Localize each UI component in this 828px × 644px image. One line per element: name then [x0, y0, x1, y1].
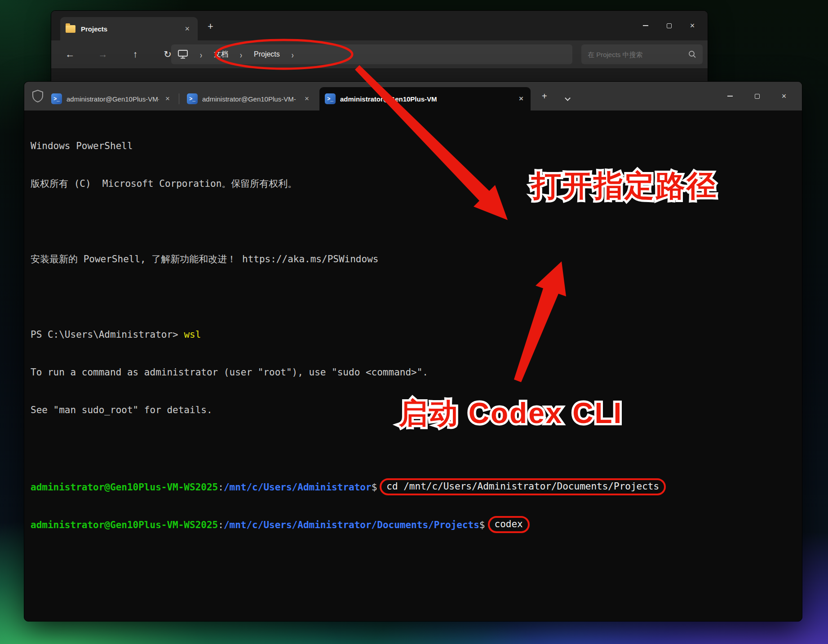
minimize-icon [727, 96, 733, 97]
explorer-maximize-button[interactable] [657, 17, 681, 35]
prompt-dollar: $ [372, 482, 377, 493]
up-button[interactable]: ↑ [126, 40, 144, 68]
chevron-right-icon: › [240, 49, 242, 59]
ps-prompt: PS C:\Users\Administrator> [31, 329, 184, 340]
prompt-path: /mnt/c/Users/Administrator [224, 482, 372, 493]
search-icon [688, 50, 696, 58]
prompt-user: administrator@Gen10Plus-VM-WS2025 [31, 520, 218, 530]
terminal-prompt-line: administrator@Gen10Plus-VM-WS2025:/mnt/c… [31, 479, 797, 492]
prompt-user: administrator@Gen10Plus-VM-WS2025 [31, 482, 218, 493]
tab-close-icon[interactable]: × [517, 94, 525, 103]
terminal-line: 安装最新的 PowerShell, 了解新功能和改进！ https://aka.… [31, 253, 797, 265]
explorer-search-box[interactable] [581, 44, 703, 64]
minimize-icon [643, 25, 648, 26]
explorer-close-button[interactable]: × [681, 17, 704, 35]
terminal-tab-label: administrator@Gen10Plus-VM [340, 95, 437, 103]
prompt-colon: : [218, 482, 224, 493]
prompt-colon: : [218, 520, 224, 530]
terminal-new-tab-button[interactable]: + [542, 92, 547, 101]
terminal-tab-label: administrator@Gen10Plus-VM- [66, 95, 159, 103]
close-icon: × [690, 22, 695, 30]
cd-command-circled: cd /mnt/c/Users/Administrator/Documents/… [380, 478, 666, 495]
prompt-dollar: $ [479, 520, 485, 530]
terminal-line: Windows PowerShell [31, 140, 797, 152]
explorer-tab-projects[interactable]: Projects × [60, 17, 198, 40]
terminal-line: See "man sudo_root" for details. [31, 404, 797, 416]
explorer-new-tab-button[interactable]: + [208, 22, 213, 31]
powershell-icon: >_ [325, 93, 336, 104]
powershell-icon: >_ [187, 93, 198, 104]
this-pc-icon [177, 49, 188, 59]
maximize-icon [667, 23, 672, 28]
terminal-close-button[interactable]: × [770, 85, 797, 107]
chevron-right-icon: › [292, 49, 294, 59]
powershell-icon: >_ [51, 93, 62, 104]
terminal-window: >_ administrator@Gen10Plus-VM- × >_ admi… [24, 81, 802, 622]
explorer-minimize-button[interactable] [634, 17, 657, 35]
prompt-path: /mnt/c/Users/Administrator/Documents/Pro… [224, 520, 479, 530]
terminal-output: Windows PowerShell 版权所有 (C) Microsoft Co… [31, 115, 797, 618]
chevron-down-icon[interactable] [565, 95, 571, 101]
address-bar[interactable]: › 文档 › Projects › [171, 44, 572, 64]
terminal-tab-1[interactable]: >_ administrator@Gen10Plus-VM- × [46, 87, 177, 110]
chevron-right-icon: › [200, 49, 202, 59]
explorer-window-controls: × [634, 11, 704, 40]
terminal-maximize-button[interactable] [744, 85, 770, 107]
terminal-tab-3-active[interactable]: >_ administrator@Gen10Plus-VM × [319, 87, 531, 110]
terminal-minimize-button[interactable] [717, 85, 744, 107]
terminal-prompt-line: administrator@Gen10Plus-VM-WS2025:/mnt/c… [31, 517, 797, 529]
back-button[interactable]: ← [61, 40, 79, 68]
codex-command-circled: codex [488, 516, 530, 533]
terminal-line: To run a command as administrator (user … [31, 366, 797, 379]
tab-close-icon[interactable]: × [303, 94, 311, 103]
forward-button[interactable]: → [94, 40, 112, 68]
tab-divider [179, 93, 179, 104]
explorer-navbar: ← → ↑ ↻ › 文档 › Projects › [51, 40, 708, 68]
terminal-line: PS C:\Users\Administrator> wsl [31, 328, 797, 341]
explorer-tab-label: Projects [81, 25, 177, 33]
terminal-tab-2[interactable]: >_ administrator@Gen10Plus-VM- × [182, 87, 316, 110]
explorer-titlebar: Projects × + × [51, 11, 708, 40]
terminal-tabbar: >_ administrator@Gen10Plus-VM- × >_ admi… [24, 82, 802, 110]
breadcrumb-item-projects[interactable]: Projects [254, 50, 280, 58]
terminal-line: 版权所有 (C) Microsoft Corporation。保留所有权利。 [31, 177, 797, 190]
folder-icon [66, 25, 75, 33]
maximize-icon [755, 94, 760, 99]
search-input[interactable] [588, 51, 688, 58]
breadcrumb-item-documents[interactable]: 文档 [214, 50, 228, 59]
close-icon: × [782, 92, 787, 100]
wsl-command: wsl [184, 329, 201, 340]
tab-close-icon[interactable]: × [164, 94, 172, 103]
admin-shield-icon [31, 89, 44, 103]
terminal-window-controls: × [717, 82, 797, 110]
terminal-tab-label: administrator@Gen10Plus-VM- [202, 95, 296, 103]
explorer-tab-close-icon[interactable]: × [182, 24, 192, 34]
